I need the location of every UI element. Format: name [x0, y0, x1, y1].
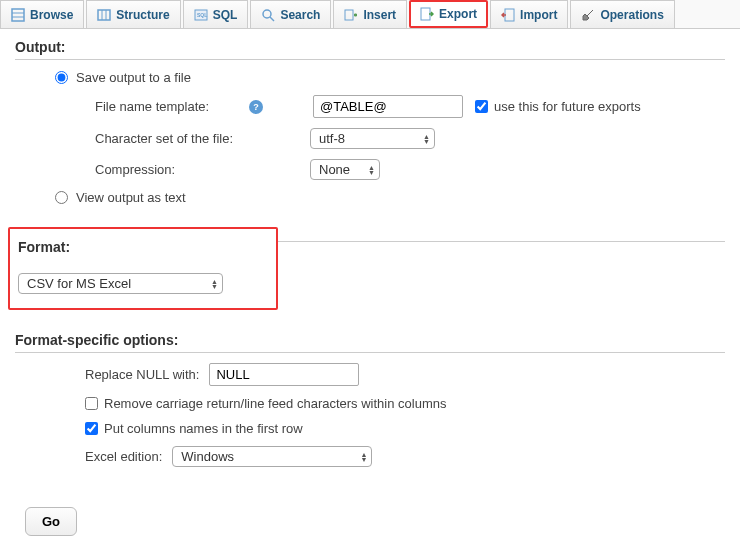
use-future-label: use this for future exports — [494, 99, 641, 114]
output-view-text-label: View output as text — [76, 190, 186, 205]
format-highlight-box: Format: CSV for MS Excel ▲▼ — [8, 227, 278, 310]
filename-template-label: File name template: — [95, 99, 245, 114]
format-select[interactable]: CSV for MS Excel ▲▼ — [18, 273, 223, 294]
svg-text:SQL: SQL — [197, 12, 207, 18]
compression-label: Compression: — [95, 162, 310, 177]
insert-icon — [344, 8, 358, 22]
go-button[interactable]: Go — [25, 507, 77, 536]
tab-operations-label: Operations — [600, 8, 663, 22]
svg-point-8 — [263, 10, 271, 18]
compression-value: None — [319, 162, 350, 177]
import-icon — [501, 8, 515, 22]
tab-search-label: Search — [280, 8, 320, 22]
svg-rect-14 — [505, 9, 514, 21]
remove-crlf-label: Remove carriage return/line feed charact… — [104, 396, 447, 411]
divider — [15, 59, 725, 60]
tab-sql[interactable]: SQL SQL — [183, 0, 249, 28]
help-icon[interactable]: ? — [249, 100, 263, 114]
options-heading: Format-specific options: — [15, 332, 725, 348]
tab-structure[interactable]: Structure — [86, 0, 180, 28]
divider — [15, 352, 725, 353]
remove-crlf-checkbox[interactable] — [85, 397, 98, 410]
browse-icon — [11, 8, 25, 22]
operations-icon — [581, 8, 595, 22]
chevron-updown-icon: ▲▼ — [211, 279, 218, 289]
export-icon — [420, 7, 434, 21]
chevron-updown-icon: ▲▼ — [360, 452, 367, 462]
charset-value: utf-8 — [319, 131, 345, 146]
svg-rect-13 — [421, 8, 430, 20]
format-value: CSV for MS Excel — [27, 276, 131, 291]
output-save-file-radio[interactable] — [55, 71, 68, 84]
chevron-updown-icon: ▲▼ — [368, 165, 375, 175]
tab-operations[interactable]: Operations — [570, 0, 674, 28]
tab-insert-label: Insert — [363, 8, 396, 22]
excel-edition-value: Windows — [181, 449, 234, 464]
compression-select[interactable]: None ▲▼ — [310, 159, 380, 180]
svg-rect-3 — [98, 10, 110, 20]
svg-line-9 — [270, 17, 274, 21]
divider — [278, 241, 725, 242]
svg-rect-0 — [12, 9, 24, 21]
tab-import-label: Import — [520, 8, 557, 22]
tab-export[interactable]: Export — [409, 0, 488, 28]
put-columns-label: Put columns names in the first row — [104, 421, 303, 436]
output-heading: Output: — [15, 39, 725, 55]
chevron-updown-icon: ▲▼ — [423, 134, 430, 144]
tab-search[interactable]: Search — [250, 0, 331, 28]
tab-import[interactable]: Import — [490, 0, 568, 28]
tab-export-label: Export — [439, 7, 477, 21]
tab-structure-label: Structure — [116, 8, 169, 22]
tab-browse-label: Browse — [30, 8, 73, 22]
format-heading: Format: — [18, 239, 262, 255]
replace-null-input[interactable] — [209, 363, 359, 386]
filename-template-input[interactable] — [313, 95, 463, 118]
put-columns-checkbox[interactable] — [85, 422, 98, 435]
use-future-checkbox[interactable] — [475, 100, 488, 113]
output-save-file-label: Save output to a file — [76, 70, 191, 85]
tab-browse[interactable]: Browse — [0, 0, 84, 28]
svg-rect-10 — [345, 10, 353, 20]
excel-edition-select[interactable]: Windows ▲▼ — [172, 446, 372, 467]
tab-bar: Browse Structure SQL SQL Search Insert E… — [0, 0, 740, 29]
charset-label: Character set of the file: — [95, 131, 310, 146]
output-view-text-radio[interactable] — [55, 191, 68, 204]
search-icon — [261, 8, 275, 22]
replace-null-label: Replace NULL with: — [85, 367, 199, 382]
tab-sql-label: SQL — [213, 8, 238, 22]
excel-edition-label: Excel edition: — [85, 449, 162, 464]
sql-icon: SQL — [194, 8, 208, 22]
charset-select[interactable]: utf-8 ▲▼ — [310, 128, 435, 149]
tab-insert[interactable]: Insert — [333, 0, 407, 28]
structure-icon — [97, 8, 111, 22]
